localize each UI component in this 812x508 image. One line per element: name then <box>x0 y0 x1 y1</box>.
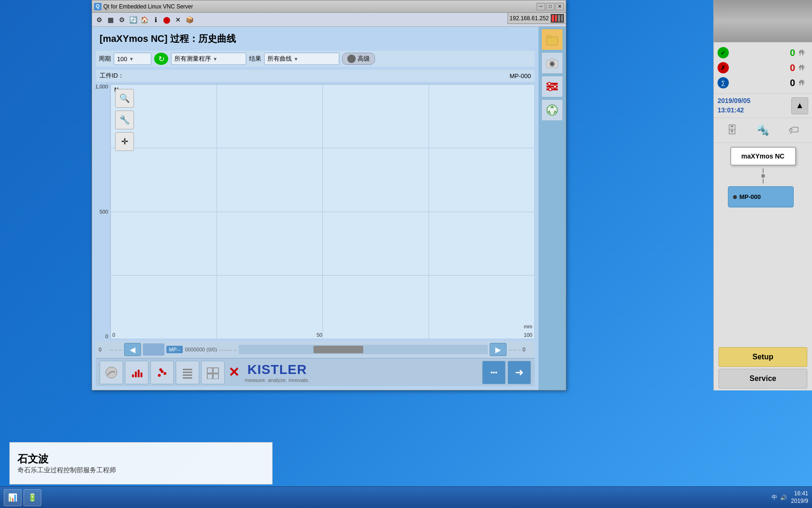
sidebar-recycle-button[interactable] <box>541 99 563 121</box>
programs-select[interactable]: 所有测量程序 ▼ <box>171 53 246 65</box>
right-info-panel: ✓ 0 件 ✗ 0 件 ∑ 0 件 2019/09/05 13:01:42 ▲ … <box>713 0 812 390</box>
title-bar-buttons: ─ □ ✕ <box>537 3 564 10</box>
grid-v-25 <box>217 84 217 339</box>
sys-tray: 中 🔊 <box>772 493 787 501</box>
curves-select[interactable]: 所有曲线 ▼ <box>264 53 339 65</box>
kistler-x-icon: ✕ <box>228 365 239 380</box>
connector-line-2 <box>763 179 764 183</box>
crosshair-tool-button[interactable]: ✛ <box>115 132 134 151</box>
taskbar-time: 16:41 2019/9 <box>791 490 808 505</box>
bad-count: 0 <box>733 63 795 73</box>
sidebar-camera-button[interactable] <box>541 52 563 74</box>
chart-label-mm: mm <box>524 324 532 329</box>
minimize-button[interactable]: ─ <box>537 3 545 10</box>
toolbar-close-icon[interactable]: ✕ <box>173 15 183 25</box>
grid-v-75 <box>429 84 429 339</box>
service-button[interactable]: Service <box>718 369 807 389</box>
scrubber-next-button[interactable]: ▶ <box>490 343 507 356</box>
tag-icon-btn[interactable]: 🏷 <box>784 121 803 140</box>
app2-icon: 🔋 <box>28 493 37 502</box>
main-window: Q Qt for Embedded Linux VNC Server ─ □ ✕… <box>92 0 566 390</box>
y-label-0: 0 <box>105 333 108 339</box>
chart-main: N mm 0 50 100 🔍 <box>110 84 535 339</box>
maximize-button[interactable]: □ <box>546 3 554 10</box>
chart-y-axis: 1,000 500 0 <box>96 84 110 339</box>
toolbar-red-dot-icon[interactable]: ⬤ <box>162 15 172 25</box>
status-other-icon: ∑ <box>718 77 729 88</box>
scrubber-dashes-right: -- -- -- <box>508 347 521 352</box>
svg-rect-15 <box>207 374 212 379</box>
svg-rect-12 <box>183 377 192 379</box>
toolbar-home-icon[interactable]: 🏠 <box>139 15 149 25</box>
dots-button[interactable]: ••• <box>482 361 506 384</box>
chart-x-labels: 0 50 100 <box>110 332 534 338</box>
y-label-1000: 1,000 <box>95 84 108 89</box>
scrubber-info: 0000000 (0/0) <box>185 347 217 352</box>
clock-date: 2019/9 <box>791 498 808 505</box>
bottom-btn-scatter[interactable] <box>150 361 174 384</box>
x-label-100: 100 <box>524 332 532 338</box>
toolbar-gear-icon[interactable]: ⚙ <box>117 15 127 25</box>
grid-v-0 <box>110 84 111 339</box>
robot-icon-btn[interactable]: 🔩 <box>753 121 772 140</box>
sidebar-settings-button[interactable] <box>541 76 563 97</box>
scrubber-track[interactable] <box>239 345 488 354</box>
network-icon <box>551 14 564 23</box>
wrench-tool-button[interactable]: 🔧 <box>115 111 134 129</box>
taskbar: 📊 🔋 中 🔊 16:41 2019/9 <box>0 486 812 508</box>
bottom-btn-list[interactable] <box>176 361 199 384</box>
powerpoint-icon: 📊 <box>8 493 17 502</box>
scrubber-dashes-left: -- -- -- <box>110 347 122 352</box>
toolbar: ⚙ ▦ ⚙ 🔄 🏠 ℹ ⬤ ✕ 📦 192.168.61.252 <box>92 13 566 27</box>
svg-rect-11 <box>183 374 192 376</box>
lang-indicator[interactable]: 中 <box>772 493 777 501</box>
taskbar-app2[interactable]: 🔋 <box>23 489 41 506</box>
machine-diagram: maXYmos NC MP-000 ----- <box>714 143 812 347</box>
scrubber-bar: 0 -- -- -- ◀ MP-- 0000000 (0/0) --:--:--… <box>96 341 535 358</box>
bottom-btn-stats[interactable] <box>201 361 225 384</box>
mp-card-1[interactable]: MP-000 <box>728 186 794 207</box>
bottom-btn-bar[interactable] <box>125 361 148 384</box>
toolbar-info-icon[interactable]: ℹ <box>150 15 161 25</box>
svg-rect-10 <box>183 372 192 373</box>
toolbar-settings-icon[interactable]: ⚙ <box>94 15 104 25</box>
forward-button[interactable]: ➜ <box>508 361 531 384</box>
period-label: 周期 <box>99 55 111 63</box>
scrubber-handle[interactable] <box>313 346 363 353</box>
scrubber-middle-btn[interactable] <box>143 343 164 356</box>
period-select[interactable]: 100 ▼ <box>114 53 151 65</box>
bottom-btn-curve[interactable] <box>100 361 123 384</box>
scrubber-prev-button[interactable]: ◀ <box>124 343 141 356</box>
sidebar-folder-button[interactable] <box>541 29 563 50</box>
refresh-button[interactable]: ↻ <box>154 53 168 65</box>
bottom-toolbar: ✕ KISTLER measure. analyze. innovate. ••… <box>96 358 535 386</box>
svg-rect-4 <box>141 373 142 377</box>
volume-icon[interactable]: 🔊 <box>780 494 787 501</box>
chart-tools: 🔍 🔧 ✛ <box>115 89 134 151</box>
toolbar-grid-icon[interactable]: ▦ <box>105 15 116 25</box>
advanced-button[interactable]: 高级 <box>342 53 375 65</box>
svg-rect-25 <box>547 88 558 90</box>
time-display: 13:01:42 <box>718 106 750 115</box>
mp-stack: MP-000 ----- <box>728 186 798 219</box>
toolbar-package-icon[interactable]: 📦 <box>184 15 195 25</box>
toolbar-refresh-icon[interactable]: 🔄 <box>128 15 138 25</box>
close-button[interactable]: ✕ <box>555 3 564 10</box>
setup-button[interactable]: Setup <box>718 347 807 367</box>
taskbar-powerpoint[interactable]: 📊 <box>4 489 22 506</box>
connector-line <box>763 168 764 173</box>
chart-outer: 1,000 500 0 <box>96 84 535 358</box>
bell-button[interactable]: ▲ <box>791 97 808 114</box>
svg-point-26 <box>548 82 551 85</box>
app-icon: Q <box>94 3 102 10</box>
status-other-row: ∑ 0 件 <box>718 76 808 89</box>
mp-id: MP-000 <box>740 193 761 200</box>
svg-point-5 <box>158 374 161 377</box>
svg-point-28 <box>549 88 552 91</box>
x-label-0: 0 <box>112 332 115 338</box>
zoom-tool-button[interactable]: 🔍 <box>115 89 134 108</box>
ip-address: 192.168.61.252 <box>510 15 549 22</box>
bad-unit: 件 <box>799 64 808 72</box>
database-icon-btn[interactable]: 🗄 <box>723 121 742 140</box>
bottom-right-buttons: ••• ➜ <box>482 361 531 384</box>
